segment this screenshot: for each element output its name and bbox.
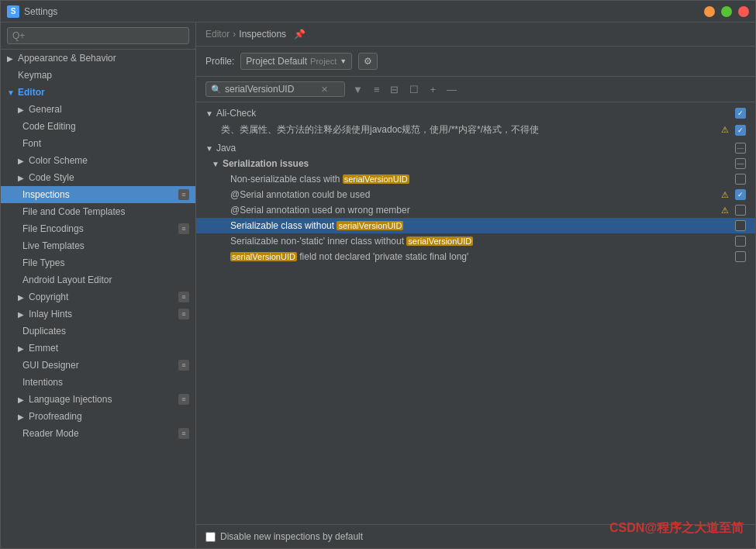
sidebar-item-label: Duplicates bbox=[22, 326, 66, 337]
sidebar-item-file-encodings[interactable]: File Encodings ≡ bbox=[1, 220, 195, 237]
sidebar-item-appearance[interactable]: ▶ Appearance & Behavior bbox=[1, 50, 195, 67]
inspection-item-serial-wrong-member[interactable]: @Serial annotation used on wrong member … bbox=[196, 202, 755, 218]
inspection-item-non-serializable[interactable]: Non-serializable class with serialVersio… bbox=[196, 171, 755, 187]
inspections-list: ▼ Ali-Check ✓ 类、类属性、类方法的注释必须使用javadoc规范，… bbox=[196, 102, 755, 524]
section-header-ali-check[interactable]: ▼ Ali-Check ✓ bbox=[196, 105, 755, 121]
sidebar-item-label: Language Injections bbox=[29, 394, 112, 405]
clear-search-button[interactable]: ✕ bbox=[321, 85, 328, 95]
item-text-serial-annotation: @Serial annotation could be used bbox=[230, 189, 718, 200]
filter-icon-button[interactable]: ▼ bbox=[350, 82, 366, 97]
expand-arrow-code-style: ▶ bbox=[18, 174, 26, 182]
expand-arrow-copyright: ▶ bbox=[18, 293, 26, 302]
search-input[interactable] bbox=[225, 84, 318, 95]
item-checkbox-non-serial[interactable] bbox=[735, 174, 746, 185]
sidebar-item-code-editing[interactable]: Code Editing bbox=[1, 118, 195, 135]
titlebar: S Settings bbox=[1, 1, 755, 22]
sidebar-item-label: Color Scheme bbox=[29, 155, 88, 166]
inspection-item-field-not-declared[interactable]: serialVersionUID field not declared 'pri… bbox=[196, 249, 755, 264]
expand-all-button[interactable]: ≡ bbox=[371, 82, 383, 97]
inspection-item-non-static-inner[interactable]: Serializable non-'static' inner class wi… bbox=[196, 233, 755, 249]
collapse-all-button[interactable]: ⊟ bbox=[387, 82, 402, 97]
sidebar-item-font[interactable]: Font bbox=[1, 135, 195, 152]
section-java: ▼ Java — ▼ Serialization issues — Non-se… bbox=[196, 140, 755, 264]
minimize-button[interactable] bbox=[704, 6, 715, 17]
sidebar-item-general[interactable]: ▶ General bbox=[1, 101, 195, 118]
gear-button[interactable]: ⚙ bbox=[358, 53, 378, 70]
item-checkbox-serial-annotation[interactable]: ✓ bbox=[735, 189, 746, 200]
sidebar-item-intentions[interactable]: Intentions bbox=[1, 374, 195, 391]
expand-arrow-general: ▶ bbox=[18, 105, 26, 114]
search-box: 🔍 ✕ bbox=[205, 81, 345, 97]
pin-icon[interactable]: 📌 bbox=[294, 29, 306, 40]
close-button[interactable] bbox=[738, 6, 749, 17]
sidebar-search-input[interactable] bbox=[7, 27, 189, 44]
group-button[interactable]: ☐ bbox=[406, 82, 422, 97]
item-checkbox-ali-javadoc[interactable]: ✓ bbox=[735, 125, 746, 136]
sidebar-item-file-code-templates[interactable]: File and Code Templates bbox=[1, 203, 195, 220]
settings-window: S Settings ▶ Appearance & Behavior Keyma… bbox=[0, 0, 756, 549]
chevron-down-icon: ▼ bbox=[340, 57, 347, 65]
file-encodings-badge: ≡ bbox=[178, 223, 189, 234]
sidebar-search-container bbox=[1, 22, 195, 50]
sidebar-item-label: File Encodings bbox=[22, 223, 84, 234]
section-header-java[interactable]: ▼ Java — bbox=[196, 140, 755, 156]
item-text-field-declared: serialVersionUID field not declared 'pri… bbox=[230, 251, 732, 262]
inspection-item-ali-javadoc[interactable]: 类、类属性、类方法的注释必须使用javadoc规范，使用/**内容*/格式，不得… bbox=[196, 121, 755, 139]
breadcrumb-separator: › bbox=[233, 29, 236, 40]
sidebar-item-color-scheme[interactable]: ▶ Color Scheme bbox=[1, 152, 195, 169]
warning-icon-serial-wrong: ⚠ bbox=[721, 205, 729, 216]
sidebar-item-proofreading[interactable]: ▶ Proofreading bbox=[1, 408, 195, 425]
section-checkbox-java[interactable]: — bbox=[735, 143, 746, 154]
inspections-badge: ≡ bbox=[178, 189, 189, 200]
sidebar-item-emmet[interactable]: ▶ Emmet bbox=[1, 340, 195, 357]
section-name-java: Java bbox=[216, 143, 236, 154]
profile-label: Profile: bbox=[205, 56, 234, 67]
remove-button[interactable]: — bbox=[444, 82, 460, 97]
sidebar-item-code-style[interactable]: ▶ Code Style bbox=[1, 169, 195, 186]
highlight-serialversionuid-2: serialVersionUID bbox=[337, 221, 403, 230]
breadcrumb-inspections: Inspections bbox=[239, 29, 286, 40]
sidebar-item-inspections[interactable]: Inspections ≡ bbox=[1, 186, 195, 203]
add-button[interactable]: + bbox=[426, 82, 439, 97]
item-text-non-serial: Non-serializable class with serialVersio… bbox=[230, 174, 732, 185]
inlay-hints-badge: ≡ bbox=[178, 309, 189, 319]
inspection-item-serializable-without[interactable]: Serializable class without serialVersion… bbox=[196, 218, 755, 233]
sidebar-item-duplicates[interactable]: Duplicates bbox=[1, 323, 195, 340]
item-checkbox-serial-wrong[interactable] bbox=[735, 205, 746, 216]
sidebar-item-file-types[interactable]: File Types bbox=[1, 254, 195, 271]
sidebar-item-inlay-hints[interactable]: ▶ Inlay Hints ≡ bbox=[1, 306, 195, 323]
expand-arrow-editor: ▼ bbox=[7, 88, 15, 97]
maximize-button[interactable] bbox=[721, 6, 732, 17]
sidebar-item-reader-mode[interactable]: Reader Mode ≡ bbox=[1, 425, 195, 442]
sidebar-item-copyright[interactable]: ▶ Copyright ≡ bbox=[1, 288, 195, 306]
subsection-arrow-serial: ▼ bbox=[212, 160, 219, 168]
item-checkbox-serializable-without[interactable] bbox=[735, 220, 746, 231]
sidebar-item-live-templates[interactable]: Live Templates bbox=[1, 237, 195, 254]
expand-arrow-keymap bbox=[7, 71, 15, 80]
sidebar-item-label: Code Style bbox=[29, 172, 74, 183]
section-name-ali-check: Ali-Check bbox=[216, 108, 256, 119]
item-checkbox-field-declared[interactable] bbox=[735, 251, 746, 262]
expand-arrow-emmet: ▶ bbox=[18, 344, 26, 353]
sidebar-item-label: Intentions bbox=[22, 377, 63, 388]
inspection-item-serial-annotation[interactable]: @Serial annotation could be used ⚠ ✓ bbox=[196, 187, 755, 202]
subsection-checkbox-serial[interactable]: — bbox=[735, 158, 746, 169]
breadcrumb: Editor › Inspections 📌 bbox=[196, 22, 755, 47]
disable-inspections-label[interactable]: Disable new inspections by default bbox=[205, 531, 363, 542]
sidebar-item-editor[interactable]: ▼ Editor bbox=[1, 84, 195, 101]
search-icon: 🔍 bbox=[211, 85, 222, 95]
sidebar-item-keymap[interactable]: Keymap bbox=[1, 67, 195, 84]
sidebar-item-label: GUI Designer bbox=[22, 360, 79, 371]
subsection-serialization[interactable]: ▼ Serialization issues — bbox=[196, 156, 755, 171]
sidebar-item-gui-designer[interactable]: GUI Designer ≡ bbox=[1, 357, 195, 374]
sidebar-item-android-layout[interactable]: Android Layout Editor bbox=[1, 271, 195, 288]
sidebar-item-label: Reader Mode bbox=[22, 428, 79, 439]
sidebar-item-language-injections[interactable]: ▶ Language Injections ≡ bbox=[1, 391, 195, 408]
section-checkbox-ali-check[interactable]: ✓ bbox=[735, 108, 746, 119]
sidebar-item-label: Keymap bbox=[18, 70, 52, 81]
expand-arrow-inlay-hints: ▶ bbox=[18, 310, 26, 319]
disable-inspections-checkbox[interactable] bbox=[205, 532, 216, 542]
profile-dropdown[interactable]: Project Default Project ▼ bbox=[240, 53, 352, 70]
sidebar: ▶ Appearance & Behavior Keymap ▼ Editor … bbox=[1, 22, 196, 548]
item-checkbox-non-static[interactable] bbox=[735, 236, 746, 247]
